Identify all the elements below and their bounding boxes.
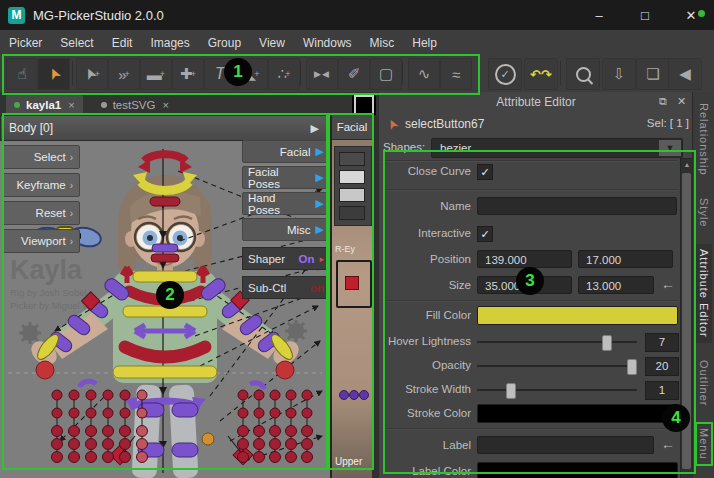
minimize-button[interactable]: – [576,0,622,30]
facial-dot-button[interactable] [349,390,359,400]
tab-close-icon[interactable]: × [68,99,74,111]
stroke-color-label: Stroke Color [379,407,471,419]
position-y-input[interactable]: 17.000 [578,250,673,268]
play-icon: ▶ [316,197,324,210]
facial-swatch[interactable] [339,152,365,166]
play-icon: ▶ [316,223,324,236]
facial-swatch[interactable] [339,170,365,184]
hover-lightness-slider[interactable] [477,341,637,343]
gear-icon[interactable] [285,320,307,342]
menu-item-picker[interactable]: Picker [0,36,51,50]
stroke-width-value[interactable]: 1 [645,381,679,400]
fill-color-label: Fill Color [379,309,471,321]
maximize-button[interactable]: □ [622,0,668,30]
close-curve-checkbox[interactable]: ✓ [477,164,493,180]
dock-icon[interactable]: ⧉ [659,95,667,108]
pose-button-misc[interactable]: Misc ▶ [242,218,330,241]
command-button-select[interactable]: Select › [2,145,80,169]
zigzag-tool-icon[interactable]: ≈ [440,58,472,90]
annotation-circle-2: 2 [156,281,184,309]
send-left-icon[interactable]: ◀ [668,58,702,90]
hover-lightness-label: Hover Lightness [379,335,471,347]
dock-tab-attribute-editor[interactable]: Attribute Editor [696,244,712,343]
size-height-input[interactable]: 13.000 [578,276,654,294]
command-button-reset[interactable]: Reset › [2,201,80,225]
dropdown-arrow-icon: ▼ [659,140,681,156]
size-reset-arrow[interactable]: ← [657,276,679,293]
picker-tab-kayla1[interactable]: kayla1 × [6,94,83,115]
node-name: selectButton67 [405,117,484,131]
annotation-circle-3: 3 [516,267,544,295]
dock-tab-relationship[interactable]: Relationship [696,98,712,181]
eyedropper-icon[interactable]: ✐ [338,58,370,90]
shaper-toggle[interactable]: Shaper On ▸ [242,247,330,270]
hover-lightness-value[interactable]: 7 [645,333,679,352]
label-reset-arrow[interactable]: ← [657,436,679,453]
tab-close-icon[interactable]: × [162,99,168,111]
subctl-toggle[interactable]: Sub-Ctl on [242,276,330,299]
facial-panel-body[interactable]: R-Ey Upper [332,140,372,478]
menu-item-select[interactable]: Select [51,36,102,50]
menu-item-help[interactable]: Help [403,36,446,50]
add-slider-button-icon[interactable]: ▬+ [140,58,172,90]
picker-tab-testsvg[interactable]: testSVG × [93,94,177,115]
facial-eye-button[interactable] [345,276,359,290]
label-input[interactable] [477,436,654,454]
status-dot [698,10,705,17]
shapes-dropdown[interactable]: bezier ▼ [431,138,683,158]
panel-close-icon[interactable]: ✕ [677,95,686,108]
stroke-width-slider[interactable] [477,389,637,391]
chevron-icon: › [70,180,73,191]
command-button-keyframe[interactable]: Keyframe › [2,173,80,197]
dock-tab-menu[interactable]: Menu [696,423,712,465]
interactive-checkbox[interactable]: ✓ [477,226,493,242]
arrow-icon: ▸ [319,254,324,264]
stroke-color-swatch[interactable] [477,404,678,423]
search-icon[interactable] [566,58,600,90]
select-cursor-icon[interactable]: ➤ [38,58,70,90]
add-dots-button-icon[interactable]: ∴+ [268,58,300,90]
facial-dot-button[interactable] [359,390,369,400]
fill-color-swatch[interactable] [477,306,678,325]
dock-tab-outliner[interactable]: Outliner [696,355,712,412]
body-panel-header[interactable]: Body [0] ▶ [0,115,330,141]
dock-tab-style[interactable]: Style [696,193,712,232]
pose-button-facial[interactable]: Facial ▶ [242,140,330,163]
opacity-slider[interactable] [477,365,637,367]
add-select-button-icon[interactable]: ➤+ [76,58,108,90]
command-stack: Select › Keyframe › Reset › Viewport › [2,145,80,253]
marquee-select-icon[interactable]: ▢ [370,58,402,90]
facial-swatch[interactable] [339,206,365,220]
pose-button-hand-poses[interactable]: Hand Poses ▶ [242,192,330,215]
add-move-button-icon[interactable]: ✚+ [172,58,204,90]
detach-panel-icon[interactable] [354,95,374,115]
import-picker-icon[interactable]: ⇩ [602,58,636,90]
name-input[interactable] [477,197,677,215]
menu-item-group[interactable]: Group [199,36,250,50]
command-button-viewport[interactable]: Viewport › [2,229,80,253]
mirror-buttons-icon[interactable]: ▶◀ [306,58,338,90]
position-x-input[interactable]: 139.000 [477,250,572,268]
opacity-value[interactable]: 20 [645,357,679,376]
facial-panel-tab[interactable]: Facial [332,115,372,140]
flip-arrows-icon[interactable]: ↶↷ [524,58,558,90]
menu-item-windows[interactable]: Windows [294,36,361,50]
facial-swatch[interactable] [339,188,365,202]
menu-item-images[interactable]: Images [141,36,198,50]
menu-item-edit[interactable]: Edit [103,36,142,50]
add-command-button-icon[interactable]: »+ [108,58,140,90]
close-button[interactable]: ✕ [668,0,714,30]
menu-bar: PickerSelectEditImagesGroupViewWindowsMi… [0,30,714,56]
menu-item-misc[interactable]: Misc [361,36,404,50]
pick-hand-icon[interactable]: ☝ [6,58,38,90]
annotation-circle-4: 4 [662,404,690,432]
menu-item-view[interactable]: View [250,36,294,50]
check-circle-icon[interactable]: ✓ [488,58,522,90]
pose-button-facial-poses[interactable]: Facial Poses ▶ [242,166,330,189]
close-curve-label: Close Curve [379,165,471,177]
facial-dot-button[interactable] [339,390,349,400]
comment-icon[interactable]: ❏ [636,58,670,90]
gear-icon[interactable] [19,322,41,344]
curve-tool-icon[interactable]: ∿ [408,58,440,90]
label-color-swatch[interactable] [477,462,678,478]
